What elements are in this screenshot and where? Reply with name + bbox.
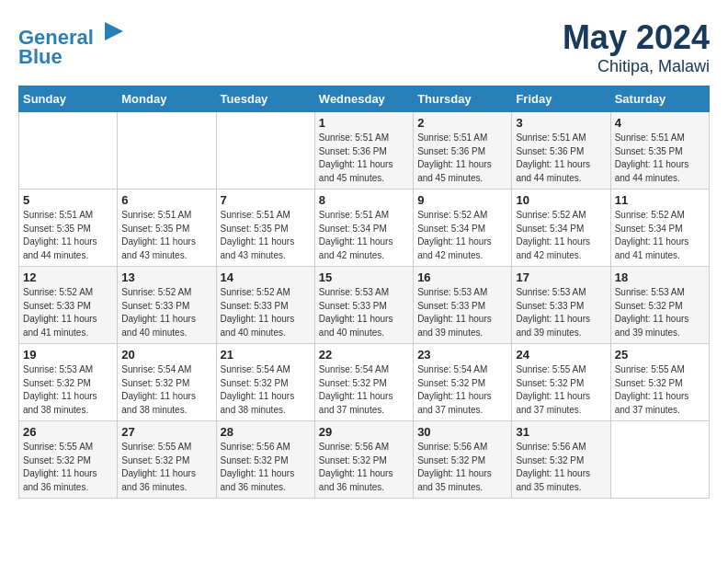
- calendar-table: SundayMondayTuesdayWednesdayThursdayFrid…: [18, 86, 710, 499]
- day-number: 26: [23, 425, 113, 439]
- cell-content: Sunrise: 5:52 AM Sunset: 5:33 PM Dayligh…: [121, 286, 211, 339]
- cell-content: Sunrise: 5:51 AM Sunset: 5:35 PM Dayligh…: [23, 209, 113, 262]
- cell-content: Sunrise: 5:51 AM Sunset: 5:36 PM Dayligh…: [417, 132, 507, 185]
- weekday-header-cell: Wednesday: [314, 86, 413, 112]
- day-number: 15: [319, 270, 409, 284]
- cell-content: Sunrise: 5:56 AM Sunset: 5:32 PM Dayligh…: [417, 441, 507, 494]
- calendar-week-row: 26Sunrise: 5:55 AM Sunset: 5:32 PM Dayli…: [19, 421, 710, 499]
- cell-content: Sunrise: 5:53 AM Sunset: 5:32 PM Dayligh…: [23, 363, 113, 417]
- cell-content: Sunrise: 5:55 AM Sunset: 5:32 PM Dayligh…: [615, 363, 705, 417]
- cell-content: Sunrise: 5:51 AM Sunset: 5:35 PM Dayligh…: [615, 132, 705, 185]
- day-number: 12: [23, 270, 113, 284]
- day-number: 1: [319, 116, 409, 130]
- cell-content: Sunrise: 5:53 AM Sunset: 5:33 PM Dayligh…: [516, 286, 606, 339]
- calendar-cell: 7Sunrise: 5:51 AM Sunset: 5:35 PM Daylig…: [216, 190, 314, 267]
- cell-content: Sunrise: 5:54 AM Sunset: 5:32 PM Dayligh…: [221, 363, 311, 417]
- calendar-cell: 24Sunrise: 5:55 AM Sunset: 5:32 PM Dayli…: [512, 344, 610, 421]
- day-number: 20: [121, 348, 211, 362]
- cell-content: Sunrise: 5:56 AM Sunset: 5:32 PM Dayligh…: [221, 441, 311, 494]
- day-number: 10: [516, 193, 606, 207]
- cell-content: Sunrise: 5:54 AM Sunset: 5:32 PM Dayligh…: [319, 363, 409, 417]
- day-number: 16: [417, 270, 507, 284]
- day-number: 29: [319, 425, 409, 439]
- logo-icon: [101, 18, 127, 44]
- day-number: 6: [121, 193, 211, 207]
- cell-content: Sunrise: 5:53 AM Sunset: 5:32 PM Dayligh…: [615, 286, 705, 339]
- day-number: 22: [319, 348, 409, 362]
- calendar-cell: 11Sunrise: 5:52 AM Sunset: 5:34 PM Dayli…: [610, 190, 709, 267]
- title-block: May 2024 Chitipa, Malawi: [563, 18, 710, 76]
- calendar-cell: 27Sunrise: 5:55 AM Sunset: 5:32 PM Dayli…: [118, 421, 216, 499]
- weekday-header-cell: Thursday: [414, 86, 512, 112]
- day-number: 27: [121, 425, 211, 439]
- day-number: 28: [221, 425, 311, 439]
- cell-content: Sunrise: 5:52 AM Sunset: 5:34 PM Dayligh…: [615, 209, 705, 262]
- cell-content: Sunrise: 5:51 AM Sunset: 5:35 PM Dayligh…: [221, 209, 311, 262]
- calendar-cell: 25Sunrise: 5:55 AM Sunset: 5:32 PM Dayli…: [610, 344, 709, 421]
- day-number: 3: [516, 116, 606, 130]
- logo: General Blue: [18, 18, 127, 69]
- day-number: 21: [221, 348, 311, 362]
- calendar-cell: 9Sunrise: 5:52 AM Sunset: 5:34 PM Daylig…: [414, 190, 512, 267]
- weekday-header-cell: Sunday: [19, 86, 118, 112]
- calendar-cell: 21Sunrise: 5:54 AM Sunset: 5:32 PM Dayli…: [216, 344, 314, 421]
- calendar-cell: [19, 112, 118, 190]
- cell-content: Sunrise: 5:51 AM Sunset: 5:35 PM Dayligh…: [121, 209, 211, 262]
- day-number: 2: [417, 116, 507, 130]
- weekday-header-cell: Saturday: [610, 86, 709, 112]
- day-number: 5: [23, 193, 113, 207]
- weekday-header-cell: Tuesday: [216, 86, 314, 112]
- day-number: 14: [221, 270, 311, 284]
- calendar-cell: 8Sunrise: 5:51 AM Sunset: 5:34 PM Daylig…: [314, 190, 413, 267]
- weekday-header-cell: Friday: [512, 86, 610, 112]
- calendar-cell: 5Sunrise: 5:51 AM Sunset: 5:35 PM Daylig…: [19, 190, 118, 267]
- cell-content: Sunrise: 5:52 AM Sunset: 5:33 PM Dayligh…: [221, 286, 311, 339]
- calendar-week-row: 19Sunrise: 5:53 AM Sunset: 5:32 PM Dayli…: [19, 344, 710, 421]
- weekday-header-cell: Monday: [118, 86, 216, 112]
- cell-content: Sunrise: 5:56 AM Sunset: 5:32 PM Dayligh…: [319, 441, 409, 494]
- calendar-cell: [118, 112, 216, 190]
- day-number: 9: [417, 193, 507, 207]
- weekday-header-row: SundayMondayTuesdayWednesdayThursdayFrid…: [19, 86, 710, 112]
- location: Chitipa, Malawi: [563, 57, 710, 76]
- calendar-cell: 13Sunrise: 5:52 AM Sunset: 5:33 PM Dayli…: [118, 267, 216, 344]
- cell-content: Sunrise: 5:51 AM Sunset: 5:36 PM Dayligh…: [319, 132, 409, 185]
- day-number: 8: [319, 193, 409, 207]
- calendar-cell: 14Sunrise: 5:52 AM Sunset: 5:33 PM Dayli…: [216, 267, 314, 344]
- day-number: 4: [615, 116, 705, 130]
- day-number: 31: [516, 425, 606, 439]
- cell-content: Sunrise: 5:52 AM Sunset: 5:33 PM Dayligh…: [23, 286, 113, 339]
- cell-content: Sunrise: 5:54 AM Sunset: 5:32 PM Dayligh…: [121, 363, 211, 417]
- calendar-week-row: 12Sunrise: 5:52 AM Sunset: 5:33 PM Dayli…: [19, 267, 710, 344]
- day-number: 11: [615, 193, 705, 207]
- page-header: General Blue May 2024 Chitipa, Malawi: [18, 18, 710, 76]
- cell-content: Sunrise: 5:52 AM Sunset: 5:34 PM Dayligh…: [516, 209, 606, 262]
- calendar-cell: 10Sunrise: 5:52 AM Sunset: 5:34 PM Dayli…: [512, 190, 610, 267]
- day-number: 19: [23, 348, 113, 362]
- calendar-cell: [610, 421, 709, 499]
- calendar-cell: 29Sunrise: 5:56 AM Sunset: 5:32 PM Dayli…: [314, 421, 413, 499]
- calendar-cell: 23Sunrise: 5:54 AM Sunset: 5:32 PM Dayli…: [414, 344, 512, 421]
- day-number: 24: [516, 348, 606, 362]
- calendar-cell: 30Sunrise: 5:56 AM Sunset: 5:32 PM Dayli…: [414, 421, 512, 499]
- day-number: 13: [121, 270, 211, 284]
- month-year: May 2024: [563, 18, 710, 57]
- calendar-cell: 16Sunrise: 5:53 AM Sunset: 5:33 PM Dayli…: [414, 267, 512, 344]
- cell-content: Sunrise: 5:54 AM Sunset: 5:32 PM Dayligh…: [417, 363, 507, 417]
- cell-content: Sunrise: 5:55 AM Sunset: 5:32 PM Dayligh…: [23, 441, 113, 494]
- calendar-cell: 2Sunrise: 5:51 AM Sunset: 5:36 PM Daylig…: [414, 112, 512, 190]
- calendar-cell: 31Sunrise: 5:56 AM Sunset: 5:32 PM Dayli…: [512, 421, 610, 499]
- day-number: 25: [615, 348, 705, 362]
- cell-content: Sunrise: 5:53 AM Sunset: 5:33 PM Dayligh…: [417, 286, 507, 339]
- calendar-cell: 26Sunrise: 5:55 AM Sunset: 5:32 PM Dayli…: [19, 421, 118, 499]
- calendar-cell: 28Sunrise: 5:56 AM Sunset: 5:32 PM Dayli…: [216, 421, 314, 499]
- day-number: 17: [516, 270, 606, 284]
- calendar-body: 1Sunrise: 5:51 AM Sunset: 5:36 PM Daylig…: [19, 112, 710, 499]
- calendar-cell: 12Sunrise: 5:52 AM Sunset: 5:33 PM Dayli…: [19, 267, 118, 344]
- cell-content: Sunrise: 5:51 AM Sunset: 5:34 PM Dayligh…: [319, 209, 409, 262]
- calendar-cell: [216, 112, 314, 190]
- cell-content: Sunrise: 5:55 AM Sunset: 5:32 PM Dayligh…: [516, 363, 606, 417]
- calendar-cell: 17Sunrise: 5:53 AM Sunset: 5:33 PM Dayli…: [512, 267, 610, 344]
- calendar-cell: 18Sunrise: 5:53 AM Sunset: 5:32 PM Dayli…: [610, 267, 709, 344]
- cell-content: Sunrise: 5:51 AM Sunset: 5:36 PM Dayligh…: [516, 132, 606, 185]
